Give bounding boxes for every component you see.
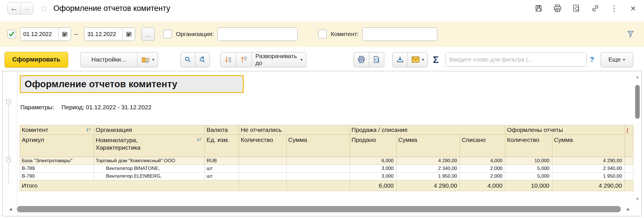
date-from-calendar-button[interactable]: [58, 28, 71, 41]
more-menu-kebab-icon[interactable]: ⋮: [610, 4, 619, 13]
date-from-input[interactable]: [20, 28, 58, 41]
favorite-star-icon[interactable]: ☆: [40, 3, 48, 14]
send-mail-button[interactable]: ▾: [407, 52, 428, 67]
collapse-up-icon: [240, 56, 248, 64]
column-header-organization[interactable]: Организация: [94, 125, 205, 135]
report-variants-button[interactable]: ▾: [137, 52, 158, 67]
komitent-field: ...: [362, 27, 437, 41]
cell-nr-sum: [286, 180, 350, 191]
help-button[interactable]: ?: [590, 56, 594, 64]
report-toolbar: Сформировать Настройки... ▾: [0, 47, 644, 70]
grouping-gutter: − −: [3, 71, 17, 216]
print-icon[interactable]: [553, 4, 562, 13]
sort-ascending-icon: [197, 137, 203, 142]
period-checkbox[interactable]: [7, 30, 16, 38]
scroll-right-arrow[interactable]: ▶: [627, 207, 630, 211]
link-icon[interactable]: [591, 4, 600, 13]
print-preview-button[interactable]: [369, 52, 384, 67]
report-variant-icon: [141, 55, 150, 64]
column-header-issued-qty[interactable]: Количество: [505, 135, 552, 157]
filter-funnel-icon[interactable]: [626, 29, 635, 39]
search-next-button[interactable]: [195, 52, 210, 67]
print-preview-icon[interactable]: [572, 4, 581, 13]
scroll-left-arrow[interactable]: ◀: [9, 207, 12, 211]
period-variants-button[interactable]: ...: [141, 27, 155, 41]
data-row[interactable]: В-789 Вентилятор BINATONE, шт 3,000 2 34…: [20, 165, 633, 173]
cell-article: В-790: [20, 173, 94, 180]
autosum-button[interactable]: Σ: [433, 54, 439, 65]
expand-to-label: Разворачивать до: [255, 53, 298, 66]
caret-down-icon: ▾: [422, 57, 424, 62]
column-header-issued-sum[interactable]: Сумма: [552, 135, 625, 157]
search-icon: [184, 56, 192, 63]
print-group: [354, 52, 384, 67]
download-icon: [396, 56, 404, 64]
cell-issued-sum: 4 290,00: [552, 157, 625, 165]
total-row[interactable]: Итого 6,000 4 290,00 4,000 10,000 4 290,…: [20, 180, 633, 191]
column-header-sold-sum[interactable]: Сумма: [396, 135, 460, 157]
column-header-sale-writeoff[interactable]: Продажа / списание: [350, 125, 505, 135]
forward-button[interactable]: →: [20, 3, 33, 14]
organization-checkbox[interactable]: [163, 30, 172, 38]
cell-sold-sum: 2 340,00: [396, 165, 460, 173]
quick-filter-input[interactable]: [446, 52, 586, 67]
expand-groups-button[interactable]: [220, 52, 236, 67]
header-label: Комитент: [22, 126, 48, 133]
back-button[interactable]: ←: [8, 3, 20, 14]
organization-input[interactable]: [218, 28, 298, 41]
data-row[interactable]: В-790 Вентилятор ELENBERG, шт 3,000 1 95…: [20, 173, 633, 180]
column-header-writeoff[interactable]: Списано: [460, 135, 505, 157]
save-file-button[interactable]: [393, 52, 407, 67]
komitent-checkbox[interactable]: [318, 30, 327, 38]
report-title-box[interactable]: Оформление отчетов комитенту: [20, 75, 244, 93]
date-range-dash: –: [74, 30, 78, 38]
generate-button[interactable]: Сформировать: [5, 52, 68, 68]
report-title: Оформление отчетов комитенту: [25, 79, 177, 90]
cell-unit: шт: [205, 173, 239, 180]
cell-komitent: База "Электротовары": [20, 157, 94, 165]
more-label: Еще: [608, 56, 621, 63]
column-header-nr-qty[interactable]: Количество: [239, 135, 286, 157]
column-header-komitent[interactable]: Комитент: [20, 125, 94, 135]
column-header-currency[interactable]: Валюта: [205, 125, 239, 135]
page-preview-icon: [373, 56, 381, 64]
caret-down-icon: ▾: [152, 57, 154, 62]
date-to-calendar-button[interactable]: [122, 28, 135, 41]
settings-button[interactable]: Настройки...: [80, 52, 137, 67]
vertical-scrollbar[interactable]: ▲ ▼: [635, 75, 640, 201]
cell-writeoff: 2,000: [460, 173, 505, 180]
save-icon[interactable]: [534, 4, 543, 13]
window-titlebar: ← → ☆ Оформление отчетов комитенту ⋮ ×: [0, 0, 644, 17]
column-header-reports-issued[interactable]: Оформлены отчеты: [505, 125, 625, 135]
date-from-field: [20, 27, 71, 41]
scroll-down-arrow[interactable]: ▼: [635, 197, 640, 201]
date-to-input[interactable]: [84, 28, 122, 41]
column-header-unit[interactable]: Ед. изм.: [205, 135, 239, 157]
column-header-nomenclature[interactable]: Номенклатура, Характеристика: [94, 135, 205, 157]
expand-to-button[interactable]: Разворачивать до ▾: [252, 52, 306, 67]
forward-arrow-icon: →: [23, 4, 31, 13]
horizontal-scrollbar[interactable]: ◀ ▶: [9, 206, 623, 213]
group-collapse-level1[interactable]: −: [6, 99, 11, 104]
cell-nr-sum: [286, 173, 350, 180]
column-header-not-reported[interactable]: Не отчитались: [239, 125, 350, 135]
column-header-nr-sum[interactable]: Сумма: [286, 135, 350, 157]
scroll-up-arrow[interactable]: ▲: [635, 75, 640, 79]
close-icon[interactable]: ×: [629, 4, 638, 13]
cell-issued-qty: 10,000: [505, 157, 552, 165]
column-header-sold[interactable]: Продано: [350, 135, 396, 157]
search-group: [180, 52, 210, 67]
group-collapse-row[interactable]: −: [6, 157, 11, 162]
horizontal-scroll-thumb[interactable]: [17, 206, 621, 212]
print-button[interactable]: [354, 52, 369, 67]
parameters-value: Период: 01.12.2022 - 31.12.2022: [62, 104, 151, 111]
cell-nr-qty: [239, 165, 286, 173]
komitent-input[interactable]: [363, 28, 437, 41]
search-button[interactable]: [181, 52, 195, 67]
vertical-scroll-thumb[interactable]: [635, 85, 640, 119]
group-row[interactable]: База "Электротовары" Торговый дом "Компл…: [20, 157, 633, 165]
column-header-article[interactable]: Артикул: [20, 135, 94, 157]
collapse-groups-button[interactable]: [236, 52, 252, 67]
expand-group: Разворачивать до ▾: [220, 52, 306, 67]
more-button[interactable]: Еще ▾: [601, 52, 633, 67]
